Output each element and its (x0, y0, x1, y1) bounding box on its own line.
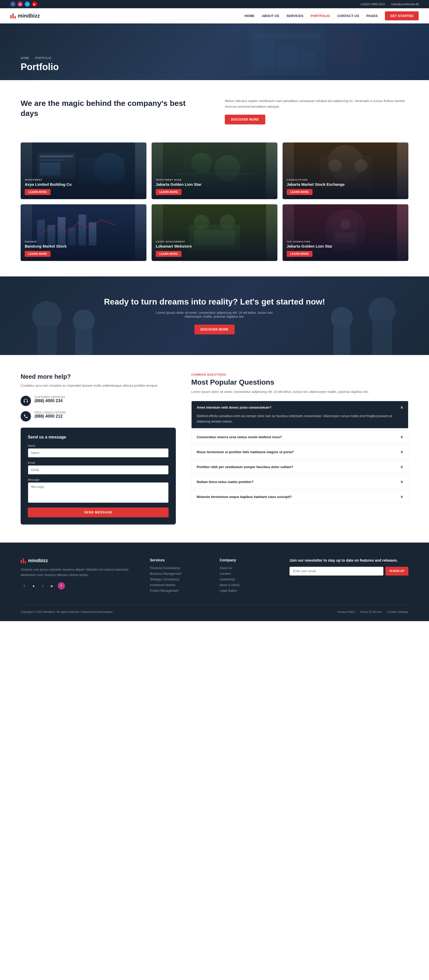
footer-terms-link[interactable]: Terms Of Service (360, 610, 382, 613)
footer-link-business[interactable]: Business Management (150, 572, 209, 576)
faq-item-5[interactable]: Molestie fermentum neque dapibus habitan… (191, 490, 408, 503)
message-textarea[interactable] (28, 482, 169, 503)
faq-question-text-4: Nullam litora netus mattis porttitor? (197, 480, 254, 484)
faq-question-0[interactable]: Amet interdum velit donec justo consecte… (191, 401, 408, 414)
customer-service-info: CUSTOMER SERVICES (888) 4000 234 (35, 396, 65, 403)
nav-links: HOME ABOUT US SERVICES PORTFOLIO CONTACT… (244, 11, 419, 20)
instagram-icon[interactable]: ■ (18, 2, 23, 7)
portfolio-card-1[interactable]: INVESTMENT BANK Jakarta Golden Lion Star… (152, 142, 277, 199)
portfolio-card-3[interactable]: FINANCE Bandung Market Stock LEARN MORE (21, 204, 147, 261)
contact-info: (+62)21-3002-2012 hello@yourdomain.tld (361, 3, 419, 6)
faq-question-1[interactable]: Consectetur viverra urna metus morbi ele… (191, 431, 408, 443)
customer-service-item: CUSTOMER SERVICES (888) 4000 234 (21, 396, 176, 406)
magic-title: We are the magic behind the company's be… (21, 98, 204, 118)
portfolio-card-4[interactable]: ASSET MANAGEMENT Lokamart Webstore LEARN… (152, 204, 277, 261)
faq-question-4[interactable]: Nullam litora netus mattis porttitor? ∨ (191, 476, 408, 488)
learn-more-button-1[interactable]: LEARN MORE (156, 189, 182, 195)
faq-item-4[interactable]: Nullam litora netus mattis porttitor? ∨ (191, 475, 408, 488)
footer-logo-bar-1 (21, 560, 22, 563)
free-consultation-item: FREE CONSULTATIONS (888) 4000 212 (21, 411, 176, 422)
get-started-button[interactable]: GET STARTED (385, 11, 419, 20)
footer-logo-icon (21, 558, 26, 563)
learn-more-button-3[interactable]: LEARN MORE (25, 251, 51, 257)
nav-about[interactable]: ABOUT US (262, 14, 279, 18)
learn-more-button-5[interactable]: LEARN MORE (287, 251, 313, 257)
footer-pinterest-icon[interactable]: P (58, 582, 65, 589)
footer-youtube-icon[interactable]: ▶ (48, 582, 56, 589)
newsletter-input[interactable] (290, 567, 383, 576)
newsletter-signup-button[interactable]: ✉ SIGN UP (386, 567, 408, 576)
footer-link-careers[interactable]: Careers (220, 572, 279, 576)
magic-left: We are the magic behind the company's be… (21, 98, 204, 118)
youtube-icon[interactable]: ▶ (32, 2, 37, 7)
nav-pages[interactable]: PAGES (366, 14, 378, 18)
twitter-icon[interactable]: t (25, 2, 30, 7)
cta-discover-button[interactable]: DISCOVER MORE (195, 325, 235, 334)
footer-link-investment[interactable]: Investment Market (150, 583, 209, 587)
footer-services-title: Services (150, 558, 209, 562)
faq-question-5[interactable]: Molestie fermentum neque dapibus habitan… (191, 490, 408, 503)
faq-question-text-1: Consectetur viverra urna metus morbi ele… (197, 435, 282, 439)
learn-more-button-2[interactable]: LEARN MORE (287, 189, 313, 195)
faq-question-2[interactable]: Risus fermentum si porttitor felis habit… (191, 446, 408, 458)
footer-link-leadership[interactable]: Leadership (220, 578, 279, 581)
svg-rect-1 (254, 34, 321, 39)
nav-home[interactable]: HOME (244, 14, 254, 18)
learn-more-button-0[interactable]: LEARN MORE (25, 189, 51, 195)
portfolio-category-2: CONSULTATION (287, 178, 404, 181)
help-left: Need more help? Curabitur arcu non incep… (21, 373, 176, 525)
footer-twitter-icon[interactable]: t (39, 582, 46, 589)
top-bar: f ■ t ▶ (+62)21-3002-2012 hello@yourdoma… (0, 0, 429, 8)
logo[interactable]: mindbizz (10, 13, 40, 19)
portfolio-card-2[interactable]: CONSULTATION Jakarta Market Stock Exchan… (282, 142, 408, 199)
footer-link-financial[interactable]: Financial Consultancy (150, 566, 209, 570)
footer-logo[interactable]: mindbizz (21, 558, 139, 563)
cta-title: Ready to turn dreams into reality? Let's… (10, 297, 419, 307)
email-field-group: Email (28, 461, 169, 474)
contact-form-box: Send us a message Name Email Message SEN… (21, 428, 176, 525)
faq-item-0[interactable]: Amet interdum velit donec justo consecte… (191, 401, 408, 428)
portfolio-name-5: Jakarta Golden Lion Star (287, 244, 404, 248)
send-message-button[interactable]: SEND MESSAGE (28, 508, 169, 517)
name-label: Name (28, 444, 169, 447)
portfolio-category-1: INVESTMENT BANK (156, 178, 273, 181)
portfolio-category-0: INVESTMENT (25, 178, 142, 181)
footer-link-about[interactable]: About us (220, 566, 279, 570)
name-input[interactable] (28, 448, 169, 458)
footer-social: f ■ t ▶ P (21, 582, 139, 589)
faq-item-1[interactable]: Consectetur viverra urna metus morbi ele… (191, 431, 408, 443)
faq-item-3[interactable]: Porttitor nibh per vestibulum semper fau… (191, 460, 408, 473)
portfolio-card-5[interactable]: TAX CONSULTING Jakarta Golden Lion Star … (282, 204, 408, 261)
email-input[interactable] (28, 465, 169, 474)
footer-newsletter-col: Join our newsletter to stay up to date o… (290, 558, 408, 595)
nav-services[interactable]: SERVICES (286, 14, 303, 18)
free-consultation-label: FREE CONSULTATIONS (35, 411, 66, 414)
discover-more-button[interactable]: DISCOVER MORE (225, 115, 265, 124)
form-box-title: Send us a message (28, 435, 169, 439)
card-content-1: INVESTMENT BANK Jakarta Golden Lion Star… (152, 174, 277, 199)
footer-privacy-link[interactable]: Privacy Policy (338, 610, 355, 613)
name-field-group: Name (28, 444, 169, 458)
help-desc: Curabitur arcu non inceptos ex imperdiet… (21, 383, 176, 388)
footer-link-project[interactable]: Project Management (150, 589, 209, 593)
faq-chevron-2: ∨ (400, 450, 403, 454)
facebook-icon[interactable]: f (10, 2, 16, 7)
footer-cookies-link[interactable]: Cookies Settings (387, 610, 408, 613)
footer-instagram-icon[interactable]: ■ (30, 582, 37, 589)
faq-item-2[interactable]: Risus fermentum si porttitor felis habit… (191, 445, 408, 458)
card-content-2: CONSULTATION Jakarta Market Stock Exchan… (282, 174, 408, 199)
footer-link-news[interactable]: News & Article (220, 583, 279, 587)
message-label: Message (28, 478, 169, 481)
nav-contact[interactable]: CONTACT US (337, 14, 359, 18)
cta-content: Ready to turn dreams into reality? Let's… (10, 297, 419, 334)
footer-link-strategy[interactable]: Strategy Consultancy (150, 578, 209, 581)
faq-question-3[interactable]: Porttitor nibh per vestibulum semper fau… (191, 461, 408, 473)
footer-link-legal[interactable]: Legal Notice (220, 589, 279, 593)
footer-facebook-icon[interactable]: f (21, 582, 28, 589)
portfolio-name-0: Asya Limited Building Co (25, 182, 142, 186)
cta-desc: Lorem ipsum dolor sit amet, consectetur … (150, 311, 279, 318)
nav-portfolio[interactable]: PORTFOLIO (311, 14, 330, 18)
phone-icon (24, 414, 28, 418)
portfolio-card-0[interactable]: INVESTMENT Asya Limited Building Co LEAR… (21, 142, 147, 199)
learn-more-button-4[interactable]: LEARN MORE (156, 251, 182, 257)
